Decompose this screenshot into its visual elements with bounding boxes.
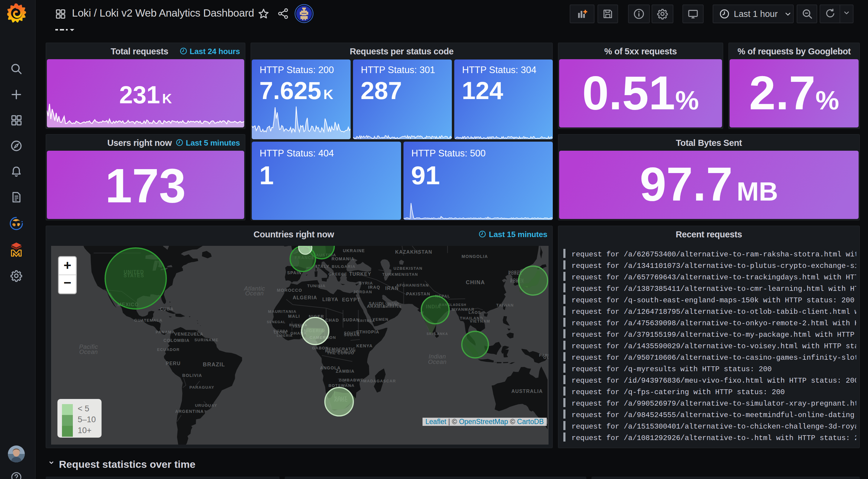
svg-text:EMIRATES: EMIRATES <box>383 305 401 308</box>
svg-text:PAKISTAN: PAKISTAN <box>406 292 430 296</box>
svg-text:GREECE: GREECE <box>329 272 347 276</box>
svg-text:Ocean: Ocean <box>428 358 446 365</box>
svg-text:TAIWAN: TAIWAN <box>496 303 514 307</box>
svg-text:Ocean: Ocean <box>79 348 98 355</box>
svg-text:MALI: MALI <box>288 314 300 319</box>
svg-text:ECUADOR: ECUADOR <box>157 347 180 352</box>
svg-text:KAZAKHSTAN: KAZAKHSTAN <box>395 249 433 254</box>
svg-text:MAURITANIA: MAURITANIA <box>268 309 297 314</box>
svg-text:BOLIVIA: BOLIVIA <box>182 373 202 378</box>
svg-text:ETHIOPIA: ETHIOPIA <box>356 330 380 334</box>
svg-text:ZIMBABWE: ZIMBABWE <box>339 378 364 382</box>
svg-text:MOROCCO: MOROCCO <box>277 288 302 293</box>
svg-text:GUI: GUI <box>543 355 549 360</box>
svg-text:SRI LANKA: SRI LANKA <box>427 332 448 336</box>
svg-text:ITALY: ITALY <box>316 264 330 269</box>
svg-text:AFGHANISTAN: AFGHANISTAN <box>396 283 429 287</box>
svg-text:MONGOLIA: MONGOLIA <box>462 254 488 259</box>
svg-text:UKRAINE: UKRAINE <box>343 248 365 253</box>
svg-text:IRAQ: IRAQ <box>368 285 380 289</box>
svg-text:Ocean: Ocean <box>245 290 264 297</box>
svg-text:VIETNAM: VIETNAM <box>470 319 490 323</box>
svg-text:CHINA: CHINA <box>466 279 485 285</box>
svg-text:COLOMBIA: COLOMBIA <box>163 338 190 343</box>
svg-text:BRAZIL: BRAZIL <box>203 362 225 368</box>
svg-text:TURKEY: TURKEY <box>349 272 371 277</box>
svg-text:GUATEMALA: GUATEMALA <box>134 318 163 322</box>
svg-text:URUGUAY: URUGUAY <box>195 403 217 408</box>
svg-text:PARAGUAY: PARAGUAY <box>189 385 215 389</box>
svg-text:CUBA: CUBA <box>160 307 174 311</box>
svg-text:AUSTRALIA: AUSTRALIA <box>512 389 543 394</box>
svg-text:SENEGAL: SENEGAL <box>267 320 286 324</box>
svg-text:CHAD: CHAD <box>325 318 339 322</box>
svg-text:YEMEN: YEMEN <box>373 317 389 322</box>
svg-text:PERU: PERU <box>166 361 181 366</box>
svg-text:LAOS: LAOS <box>468 310 481 315</box>
svg-text:MADAGASCAR: MADAGASCAR <box>363 379 396 383</box>
svg-text:KENYA: KENYA <box>356 343 373 348</box>
svg-text:EGYPT: EGYPT <box>342 297 361 302</box>
svg-text:VENEZUELA: VENEZUELA <box>175 332 204 337</box>
svg-text:ALGERIA: ALGERIA <box>292 295 317 300</box>
svg-text:TURKMENISTAN: TURKMENISTAN <box>382 272 418 277</box>
svg-text:ARGENTINA: ARGENTINA <box>175 409 204 414</box>
svg-text:SURINAME: SURINAME <box>194 338 218 342</box>
svg-text:SUDAN: SUDAN <box>343 317 360 322</box>
svg-text:TUNISIA: TUNISIA <box>307 283 326 288</box>
svg-text:THE CONGO: THE CONGO <box>327 351 354 355</box>
svg-text:LIBYA: LIBYA <box>322 297 338 302</box>
svg-text:BULGARIA: BULGARIA <box>332 264 355 269</box>
svg-text:UZBEKISTAN: UZBEKISTAN <box>394 266 423 271</box>
svg-text:PANAMA: PANAMA <box>156 330 175 334</box>
svg-text:ZAMBIA: ZAMBIA <box>336 369 354 374</box>
svg-text:JORDAN: JORDAN <box>353 289 372 294</box>
